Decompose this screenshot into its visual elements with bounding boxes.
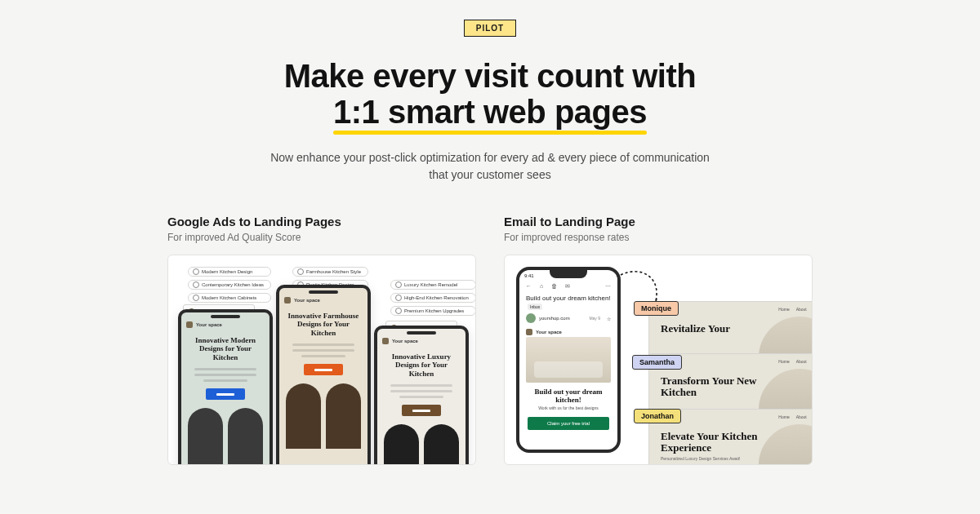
landing-headline: Elevate Your Kitchen Experience [661, 431, 759, 453]
search-chip: Modern Kitchen Cabinets [188, 293, 271, 303]
email-cta-button: Claim your free trial [528, 417, 609, 430]
panel-b-canvas: 9:41 ←⌂🗑✉⋯ Build out your dream kitchen!… [504, 255, 813, 465]
landing-headline: Transform Your New Kitchen [661, 375, 759, 397]
hero-title-line1: Make every visit count with [284, 58, 696, 94]
email-toolbar: ←⌂🗑✉⋯ [519, 281, 617, 291]
hero-title-line2: 1:1 smart web pages [333, 94, 647, 130]
pilot-badge: PILOT [464, 20, 516, 37]
panel-google-ads: Google Ads to Landing Pages For improved… [167, 215, 476, 465]
phone-time: 9:41 [524, 273, 534, 278]
email-sender: yourshop.com [539, 316, 570, 321]
landing-headline: Innovative Modern Designs for Your Kitch… [181, 331, 270, 368]
search-chip: Farmhouse Kitchen Style [292, 267, 368, 277]
landing-headline: Innovative Farmhouse Designs for Your Ki… [279, 307, 368, 343]
email-from: yourshop.com May 9 ☆ [519, 310, 617, 326]
phone-brand: Your space [294, 298, 320, 303]
inbox-label: Inbox [528, 304, 542, 310]
landing-nav: HomeAboutContact [778, 414, 813, 419]
panel-a-sub: For improved Ad Quality Score [167, 232, 476, 243]
search-chip: Modern Kitchen Design [188, 267, 271, 277]
hero-title: Make every visit count with 1:1 smart we… [284, 58, 696, 130]
search-chip: Contemporary Kitchen Ideas [188, 280, 271, 290]
panel-b-title: Email to Landing Page [504, 215, 813, 228]
landing-phone-2: Your space Innovative Farmhouse Designs … [276, 285, 371, 465]
email-phone: 9:41 ←⌂🗑✉⋯ Build out your dream kitchen!… [516, 267, 621, 453]
panel-email: Email to Landing Page For improved respo… [504, 215, 813, 465]
landing-cta [304, 364, 343, 375]
landing-phone-1: Your space Innovative Modern Designs for… [178, 309, 273, 465]
phone-brand: Your space [196, 322, 222, 327]
landing-cta [206, 388, 245, 400]
landing-headline: Revitalize Your [661, 323, 759, 335]
landing-headline: Innovative Luxury Designs for Your Kitch… [377, 348, 466, 384]
panel-a-title: Google Ads to Landing Pages [167, 215, 476, 228]
persona-tag: Monique [634, 301, 679, 316]
email-subject-text: Build out your dream kitchen! [526, 295, 611, 302]
landing-nav: HomeAboutContact [778, 307, 813, 312]
email-brand: Your space [536, 330, 562, 335]
email-date: May 9 [589, 316, 600, 321]
email-subhead: Work with us for the best designs [519, 405, 617, 410]
persona-tag: Samantha [632, 355, 682, 370]
landing-cta [402, 405, 441, 416]
email-hero-image [526, 337, 611, 383]
phone-brand: Your space [392, 339, 418, 343]
landing-phone-3: Your space Innovative Luxury Designs for… [374, 326, 469, 465]
search-chip: Premium Kitchen Upgrades [390, 306, 476, 316]
email-subject: Build out your dream kitchen! Inbox [519, 291, 617, 310]
persona-tag: Jonathan [634, 409, 681, 423]
search-chip: High-End Kitchen Renovation [390, 293, 476, 303]
hero-subtitle: Now enhance your post-click optimization… [261, 149, 719, 184]
landing-nav: HomeAboutContact [778, 359, 813, 364]
panel-a-canvas: Modern Kitchen Design Contemporary Kitch… [167, 255, 476, 465]
email-headline: Build out your dream kitchen! [519, 383, 617, 405]
search-chip: Luxury Kitchen Remodel [390, 280, 476, 290]
panel-b-sub: For improved response rates [504, 232, 813, 243]
